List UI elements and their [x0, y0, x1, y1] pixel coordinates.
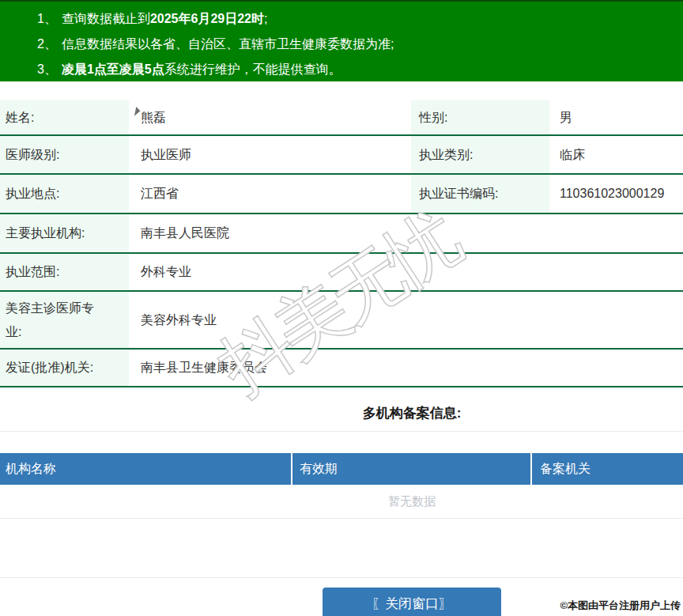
table-row: 执业地点: 江西省 执业证书编码: 110361023000129: [0, 175, 683, 214]
org-table-header-institution: 机构名称: [0, 453, 291, 485]
field-value-gender: 男: [549, 106, 683, 130]
field-label-practice-location: 执业地点:: [0, 175, 129, 213]
field-label-cosmetic-specialty: 美容主诊医师专业:: [0, 292, 129, 348]
notice-line-3: 3、凌晨1点至凌晨5点系统进行维护，不能提供查询。: [37, 57, 683, 82]
page-viewport: 1、查询数据截止到2025年6月29日22时; 2、信息数据结果以各省、自治区、…: [0, 0, 683, 616]
notice-number: 2、: [37, 37, 57, 51]
notice-line-1: 1、查询数据截止到2025年6月29日22时;: [37, 6, 683, 32]
empty-data-text: 暂无数据: [0, 485, 683, 519]
field-value-practice-location: 江西省: [129, 182, 411, 206]
field-value-main-institution: 南丰县人民医院: [129, 221, 683, 245]
notice-text: 查询数据截止到: [62, 12, 150, 25]
notice-number: 3、: [37, 62, 57, 76]
notice-bold-text: 凌晨1点至凌晨5点: [62, 62, 164, 76]
field-label-practice-category: 执业类别:: [411, 136, 549, 173]
table-row: 医师级别: 执业医师 执业类别: 临床: [0, 136, 683, 175]
table-row: 美容主诊医师专业: 美容外科专业: [0, 292, 683, 350]
notice-bold-text: 2025年6月29日22时: [150, 12, 264, 25]
notice-banner: 1、查询数据截止到2025年6月29日22时; 2、信息数据结果以各省、自治区、…: [0, 0, 683, 81]
field-label-issuing-authority: 发证(批准)机关:: [0, 350, 129, 386]
multi-org-section-title: 多机构备案信息:: [0, 406, 683, 421]
notice-text: ;: [264, 12, 267, 25]
field-label-practice-scope: 执业范围:: [0, 254, 129, 290]
field-value-name: 熊磊: [129, 106, 411, 130]
field-label-certificate-number: 执业证书编码:: [411, 175, 549, 213]
field-value-doctor-level: 执业医师: [129, 143, 411, 167]
notice-number: 1、: [37, 12, 57, 25]
field-value-issuing-authority: 南丰县卫生健康委员会: [129, 356, 683, 380]
field-value-practice-scope: 外科专业: [129, 260, 683, 284]
table-row: 发证(批准)机关: 南丰县卫生健康委员会: [0, 350, 683, 387]
doctor-info-table: 姓名: 熊磊 性别: 男 医师级别: 执业医师 执业类别: 临床 执业地点: 江…: [0, 100, 683, 387]
notice-text: 系统进行维护，不能提供查询。: [164, 62, 342, 76]
org-table-header-validity: 有效期: [291, 453, 530, 485]
table-row: 主要执业机构: 南丰县人民医院: [0, 214, 683, 254]
org-table-header: 机构名称 有效期 备案机关: [0, 453, 683, 485]
divider: [0, 577, 683, 578]
field-value-practice-category: 临床: [549, 143, 683, 167]
field-value-cosmetic-specialty: 美容外科专业: [129, 308, 683, 332]
notice-text: 信息数据结果以各省、自治区、直辖市卫生健康委数据为准;: [62, 37, 394, 51]
divider: [0, 431, 683, 432]
query-result-page: 1、查询数据截止到2025年6月29日22时; 2、信息数据结果以各省、自治区、…: [0, 0, 683, 616]
table-row: 姓名: 熊磊 性别: 男: [0, 100, 683, 136]
field-label-doctor-level: 医师级别:: [0, 136, 129, 173]
upload-stamp-text: ©本图由平台注册用户上传: [560, 599, 681, 613]
org-table-header-filing-authority: 备案机关: [530, 453, 683, 485]
field-label-gender: 性别:: [411, 100, 549, 134]
field-label-name: 姓名:: [0, 100, 129, 134]
close-window-button[interactable]: 〖关闭窗口〗: [323, 588, 501, 616]
field-label-main-institution: 主要执业机构:: [0, 214, 129, 252]
notice-line-2: 2、信息数据结果以各省、自治区、直辖市卫生健康委数据为准;: [37, 32, 683, 57]
field-value-certificate-number: 110361023000129: [549, 182, 683, 206]
table-row: 执业范围: 外科专业: [0, 254, 683, 292]
